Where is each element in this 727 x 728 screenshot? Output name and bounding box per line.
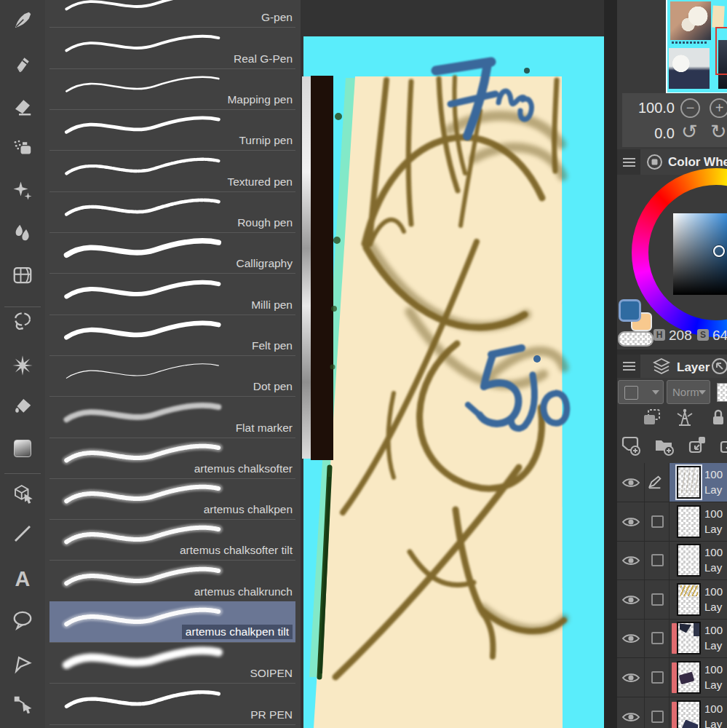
layer-thumbnail[interactable] [677, 622, 701, 654]
layer-thumbnail[interactable] [677, 583, 701, 616]
layer-thumbnail[interactable] [677, 544, 701, 577]
pen-tool-icon [12, 9, 33, 31]
clipping-mask-icon[interactable] [640, 406, 662, 431]
add-folder-icon[interactable] [653, 434, 675, 459]
brush-item-flat-marker[interactable]: Flat marker [49, 397, 295, 438]
layer-checkbox[interactable] [647, 513, 672, 531]
pattern-swatch[interactable] [717, 383, 727, 402]
collapse-panel-icon[interactable] [710, 357, 727, 376]
drawing-canvas[interactable] [301, 0, 617, 728]
rotate-cw-button[interactable]: ↻ [710, 122, 727, 142]
transfer-layer-icon[interactable] [718, 434, 727, 459]
line-tool-button[interactable] [10, 521, 35, 546]
lasso-tool-button[interactable] [10, 309, 35, 333]
layer-color-tag [672, 702, 677, 728]
color-wheel-tab-icon[interactable] [646, 154, 663, 170]
brush-item-artemus-chalkrunch[interactable]: artemus chalkrunch [49, 561, 295, 602]
layer-draw-indicator[interactable] [647, 474, 672, 491]
control-point-tool-button[interactable] [10, 692, 35, 717]
layer-thumbnail[interactable] [677, 700, 701, 728]
zoom-in-button[interactable]: + [710, 98, 727, 118]
layer-opacity: 100 [704, 662, 723, 677]
brush-item-calligraphy[interactable]: Calligraphy [49, 232, 295, 274]
layer-visibility-toggle[interactable] [621, 554, 640, 570]
brush-item-g-pen[interactable]: G-pen [49, 0, 295, 28]
merge-layer-icon[interactable] [686, 434, 708, 459]
brush-item-milli-pen[interactable]: Milli pen [49, 274, 295, 315]
layer-row[interactable]: 100Lay [617, 619, 727, 658]
pen-tool-button[interactable] [10, 8, 35, 33]
thumbnail-caption-scribble [672, 41, 708, 44]
blend-mode-dropdown[interactable]: Norm [667, 380, 710, 404]
layer-row[interactable]: 100Lay [617, 580, 727, 620]
zoom-out-button[interactable]: − [680, 98, 700, 118]
color-panel-menu-button[interactable] [617, 149, 640, 175]
layer-color-dropdown[interactable] [618, 380, 664, 404]
navigator-thumbnail[interactable] [666, 0, 727, 95]
add-layer-icon[interactable] [619, 434, 641, 459]
rotate-ccw-button[interactable]: ↺ [681, 122, 698, 142]
thumbnail-paper [712, 6, 725, 28]
brush-item-artemus-chalkpen-tilt[interactable]: artemus chalkpen tilt [49, 601, 295, 643]
canvas-area[interactable] [301, 0, 617, 728]
lock-icon[interactable] [707, 406, 727, 431]
color-picker-cursor[interactable] [713, 245, 725, 257]
brush-item-textured-pen[interactable]: Textured pen [49, 151, 295, 192]
brush-item-artemus-chalkpen[interactable]: artemus chalkpen [49, 478, 295, 520]
blend-tool-button[interactable] [10, 221, 35, 245]
layer-visibility-toggle[interactable] [621, 711, 640, 727]
brush-item-turnip-pen[interactable]: Turnip pen [49, 109, 295, 151]
fill-tool-icon [12, 395, 33, 417]
saturation-label-icon: S [697, 329, 709, 341]
mesh-transform-tool-button[interactable] [10, 263, 35, 288]
layer-name: Lay [704, 599, 723, 614]
brush-item-rough-pen[interactable]: Rough pen [49, 191, 295, 233]
layer-checkbox[interactable] [647, 552, 672, 569]
layer-checkbox[interactable] [647, 591, 672, 609]
layer-row[interactable]: 100Lay [617, 658, 727, 697]
brush-item-real-g-pen[interactable]: Real G-Pen [49, 28, 295, 69]
layer-thumbnail[interactable] [677, 466, 701, 499]
brush-name: Rough pen [237, 216, 293, 229]
layer-panel-menu-button[interactable] [617, 355, 640, 378]
layer-visibility-toggle[interactable] [621, 593, 640, 609]
brush-item[interactable] [49, 724, 295, 728]
eraser-tool-button[interactable] [10, 94, 35, 119]
brush-item-soipen[interactable]: SOIPEN [49, 642, 295, 684]
layer-visibility-toggle[interactable] [621, 671, 640, 687]
object-transform-tool-button[interactable] [10, 480, 35, 505]
layer-row[interactable]: 100Lay [617, 502, 727, 542]
polygon-tool-button[interactable] [10, 652, 35, 676]
layer-visibility-toggle[interactable] [621, 476, 640, 492]
decoration-tool-button[interactable] [10, 178, 35, 203]
layer-visibility-toggle[interactable] [621, 515, 640, 531]
layer-row[interactable]: 100Lay [617, 541, 727, 580]
brush-item-artemus-chalksofter[interactable]: artemus chalksofter [49, 438, 295, 479]
fill-tool-button[interactable] [10, 394, 35, 419]
magic-wand-tool-button[interactable] [10, 353, 35, 378]
layer-checkbox[interactable] [647, 708, 672, 726]
toolbar-divider [4, 473, 41, 474]
brush-item-dot-pen[interactable]: Dot pen [49, 355, 295, 397]
viewport-rect[interactable] [715, 27, 727, 75]
layer-checkbox[interactable] [647, 669, 672, 687]
brush-item-artemus-chalksofter-tilt[interactable]: artemus chalksofter tilt [49, 519, 295, 561]
marker-tool-button[interactable] [10, 52, 35, 76]
brush-item-felt-pen[interactable]: Felt pen [49, 314, 295, 356]
speech-balloon-tool-button[interactable] [10, 608, 35, 633]
layer-thumbnail[interactable] [677, 661, 701, 694]
gradient-tool-button[interactable] [10, 436, 35, 461]
layer-row[interactable]: 100Lay [617, 697, 727, 728]
layer-row[interactable]: 100Lay [617, 463, 727, 502]
alpha-lock-icon[interactable] [674, 406, 696, 431]
transparent-color-button[interactable] [618, 331, 653, 347]
airbrush-tool-button[interactable] [10, 136, 35, 161]
layer-checkbox[interactable] [647, 630, 672, 647]
layer-thumbnail[interactable] [677, 505, 701, 538]
brush-item-mapping-pen[interactable]: Mapping pen [49, 68, 295, 110]
foreground-color-swatch[interactable] [619, 299, 641, 322]
speech-balloon-tool-icon [12, 609, 33, 631]
brush-item-pr-pen[interactable]: PR PEN [49, 684, 295, 725]
text-tool-button[interactable]: A [10, 566, 35, 591]
layer-visibility-toggle[interactable] [621, 632, 640, 648]
